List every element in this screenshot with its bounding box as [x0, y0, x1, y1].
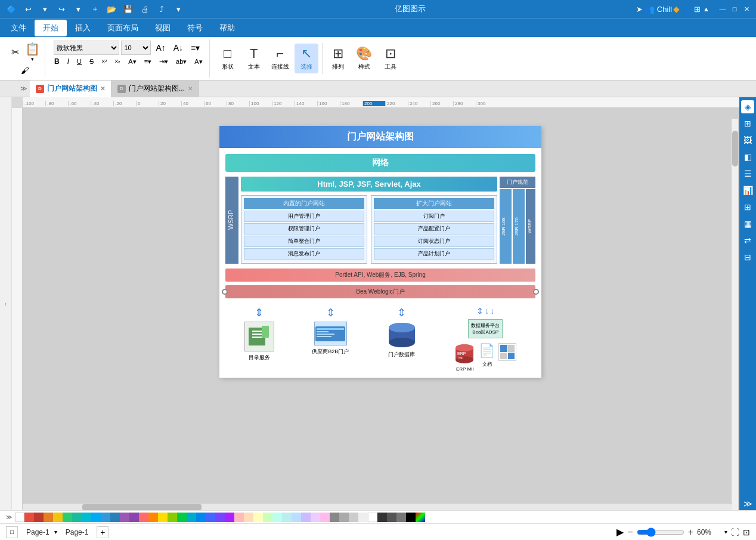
canvas-area[interactable]: -100 -80 -60 -40 -20 0 20 40 60 80 100 1…: [12, 97, 739, 510]
list-btn[interactable]: ≡▾: [141, 57, 154, 67]
shape-btn[interactable]: □ 形状: [216, 44, 240, 73]
color-swatch-lightblue2[interactable]: [282, 513, 292, 522]
horizontal-scrollbar[interactable]: [23, 503, 732, 510]
zoom-slider[interactable]: [637, 527, 684, 537]
fullscreen-btn[interactable]: ⛶: [731, 527, 739, 537]
palette-expand-btn[interactable]: ≫: [3, 511, 15, 523]
save-btn[interactable]: 💾: [122, 2, 135, 16]
add-page-btn[interactable]: +: [97, 526, 109, 538]
color-swatch-yellow[interactable]: [53, 513, 63, 522]
sidebar-grid-btn[interactable]: ⊞: [741, 117, 754, 130]
user-badge[interactable]: Chill ◆: [657, 4, 680, 14]
zoom-dropdown[interactable]: ▾: [724, 529, 727, 535]
menu-file[interactable]: 文件: [2, 20, 35, 36]
strikethrough-btn[interactable]: S: [86, 57, 97, 66]
tab-2[interactable]: D 门户网站架构图... ✕: [111, 81, 199, 97]
color-swatch-gray4[interactable]: [358, 513, 368, 522]
sidebar-list-btn[interactable]: ☰: [741, 167, 754, 180]
color-swatch-orange2[interactable]: [148, 513, 158, 522]
text-style-btn[interactable]: A▾: [125, 57, 139, 67]
print-btn[interactable]: 🖨: [138, 2, 151, 16]
font-family-select[interactable]: 微软雅黑: [54, 41, 119, 55]
color-swatch-yellow2[interactable]: [158, 513, 168, 522]
tab-1[interactable]: D 门户网站架构图 ✕: [30, 81, 111, 97]
vertical-scroll-thumb[interactable]: [732, 131, 738, 166]
sidebar-image-btn[interactable]: 🖼: [741, 134, 754, 147]
tab1-close[interactable]: ✕: [100, 85, 105, 92]
sidebar-table-btn[interactable]: ⊞: [741, 200, 754, 214]
color-swatch-blue4[interactable]: [206, 513, 215, 522]
color-swatch-green1[interactable]: [63, 513, 72, 522]
horizontal-scroll-thumb[interactable]: [82, 504, 202, 510]
color-swatch-lightyellow[interactable]: [253, 513, 263, 522]
apps-icon[interactable]: ⊞: [694, 5, 701, 14]
text-btn[interactable]: T 文本: [242, 44, 266, 73]
minimize-btn[interactable]: —: [718, 4, 727, 14]
tabs-expand-btn[interactable]: ≫: [18, 85, 30, 92]
decrease-font-btn[interactable]: A↓: [171, 42, 186, 54]
page-dropdown[interactable]: ▾: [54, 529, 57, 535]
copy-style-btn[interactable]: 🖌: [18, 64, 32, 76]
share-icon[interactable]: ➤: [636, 5, 643, 14]
tab2-close[interactable]: ✕: [188, 85, 193, 92]
zoom-in-btn[interactable]: +: [688, 527, 693, 538]
open-btn[interactable]: 📂: [105, 2, 118, 16]
color-swatch-gray1[interactable]: [330, 513, 339, 522]
color-swatch-darkgray1[interactable]: [377, 513, 387, 522]
redo-dropdown[interactable]: ▾: [72, 2, 85, 16]
color-swatch-orange1[interactable]: [44, 513, 53, 522]
color-swatch-lavender[interactable]: [301, 513, 311, 522]
color-swatch-lime[interactable]: [168, 513, 177, 522]
color-swatch-lightpurple[interactable]: [311, 513, 320, 522]
sidebar-grid2-btn[interactable]: ▦: [741, 217, 754, 230]
menu-view[interactable]: 视图: [147, 20, 179, 36]
undo-dropdown[interactable]: ▾: [38, 2, 51, 16]
underline-btn[interactable]: U: [74, 57, 85, 66]
color-swatch-violet[interactable]: [215, 513, 225, 522]
color-swatch-black[interactable]: [406, 513, 416, 522]
color-swatch-green2[interactable]: [177, 513, 187, 522]
color-swatch-purple2[interactable]: [129, 513, 139, 522]
color-swatch-pink2[interactable]: [234, 513, 244, 522]
font-size-select[interactable]: 10: [121, 41, 151, 55]
paste-btn[interactable]: 📋 ▾: [24, 41, 41, 63]
person-icon[interactable]: 👤: [682, 5, 692, 14]
superscript-btn[interactable]: X²: [98, 57, 110, 66]
zoom-out-btn[interactable]: −: [627, 527, 633, 538]
sidebar-align-btn[interactable]: ⇄: [741, 234, 754, 247]
tools-btn[interactable]: ⊡ 工具: [379, 44, 402, 73]
color-swatch-white[interactable]: [368, 513, 377, 522]
color-swatch-red2[interactable]: [34, 513, 44, 522]
italic-btn[interactable]: I: [64, 56, 72, 67]
connector-btn[interactable]: ⌐ 连接线: [268, 44, 292, 73]
color-swatch-purple3[interactable]: [225, 513, 234, 522]
menu-symbol[interactable]: 符号: [179, 20, 211, 36]
export-btn[interactable]: ⤴: [155, 2, 168, 16]
actual-size-btn[interactable]: ⊡: [743, 527, 750, 537]
color-swatch-cyan[interactable]: [82, 513, 91, 522]
color-swatch-blue1[interactable]: [101, 513, 110, 522]
maximize-btn[interactable]: □: [730, 4, 739, 14]
bold-btn[interactable]: B: [51, 56, 63, 67]
no-fill-swatch[interactable]: [15, 513, 24, 522]
close-btn[interactable]: ✕: [742, 4, 751, 14]
color-swatch-blue2[interactable]: [110, 513, 120, 522]
play-btn[interactable]: ▶: [616, 526, 624, 538]
sidebar-expand-btn[interactable]: ≫: [741, 497, 754, 510]
color-swatch-lightgreen[interactable]: [263, 513, 272, 522]
select-btn[interactable]: ↖ 选择: [295, 44, 318, 73]
subscript-btn[interactable]: X₂: [111, 57, 123, 66]
color-swatch-blue3[interactable]: [196, 513, 206, 522]
color-swatch-lightblue3[interactable]: [292, 513, 301, 522]
cut-btn[interactable]: ✂: [8, 45, 22, 59]
menu-help[interactable]: 帮助: [211, 20, 243, 36]
canvas-content[interactable]: 门户网站架构图 网络 WSRP Html, JSP, JSF, Servlet,…: [23, 108, 739, 510]
undo-btn[interactable]: ↩: [21, 2, 35, 16]
color-swatch-darkgray2[interactable]: [387, 513, 396, 522]
color-swatch-lightpink[interactable]: [320, 513, 330, 522]
new-btn[interactable]: ＋: [88, 2, 101, 16]
color-swatch-lightcyan[interactable]: [272, 513, 282, 522]
color-swatch-pink1[interactable]: [139, 513, 148, 522]
color-swatch-gray2[interactable]: [339, 513, 349, 522]
color-swatch-gray3[interactable]: [349, 513, 358, 522]
